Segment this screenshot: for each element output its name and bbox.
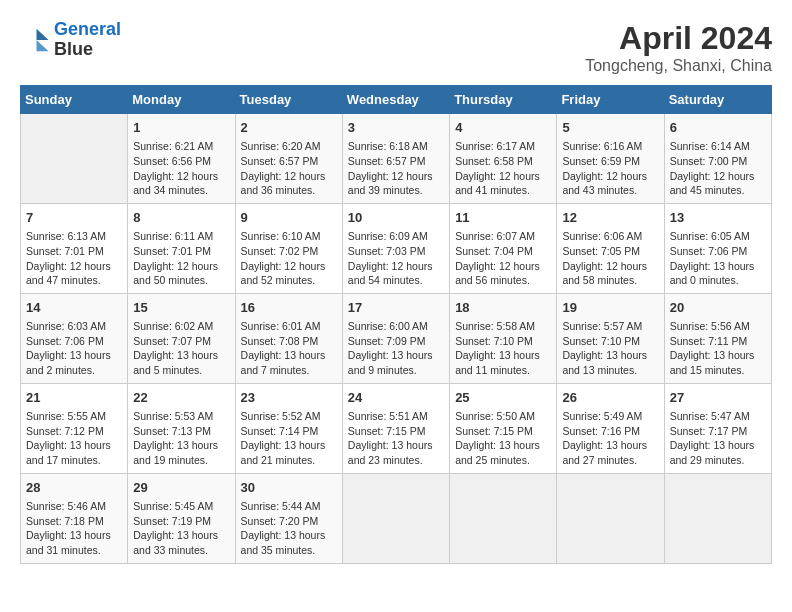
subtitle: Tongcheng, Shanxi, China bbox=[585, 57, 772, 75]
day-number: 23 bbox=[241, 389, 337, 407]
day-cell: 2Sunrise: 6:20 AMSunset: 6:57 PMDaylight… bbox=[235, 114, 342, 204]
day-number: 6 bbox=[670, 119, 766, 137]
day-info: Sunrise: 6:02 AMSunset: 7:07 PMDaylight:… bbox=[133, 319, 229, 378]
day-cell bbox=[21, 114, 128, 204]
header-cell-thursday: Thursday bbox=[450, 86, 557, 114]
header-cell-sunday: Sunday bbox=[21, 86, 128, 114]
day-cell: 11Sunrise: 6:07 AMSunset: 7:04 PMDayligh… bbox=[450, 203, 557, 293]
day-info: Sunrise: 6:03 AMSunset: 7:06 PMDaylight:… bbox=[26, 319, 122, 378]
logo: General Blue bbox=[20, 20, 121, 60]
day-info: Sunrise: 5:53 AMSunset: 7:13 PMDaylight:… bbox=[133, 409, 229, 468]
day-number: 17 bbox=[348, 299, 444, 317]
day-cell: 30Sunrise: 5:44 AMSunset: 7:20 PMDayligh… bbox=[235, 473, 342, 563]
day-info: Sunrise: 6:13 AMSunset: 7:01 PMDaylight:… bbox=[26, 229, 122, 288]
day-number: 10 bbox=[348, 209, 444, 227]
day-number: 1 bbox=[133, 119, 229, 137]
day-info: Sunrise: 6:11 AMSunset: 7:01 PMDaylight:… bbox=[133, 229, 229, 288]
day-info: Sunrise: 5:50 AMSunset: 7:15 PMDaylight:… bbox=[455, 409, 551, 468]
day-number: 27 bbox=[670, 389, 766, 407]
day-number: 20 bbox=[670, 299, 766, 317]
day-info: Sunrise: 6:18 AMSunset: 6:57 PMDaylight:… bbox=[348, 139, 444, 198]
day-cell: 12Sunrise: 6:06 AMSunset: 7:05 PMDayligh… bbox=[557, 203, 664, 293]
header-cell-saturday: Saturday bbox=[664, 86, 771, 114]
day-info: Sunrise: 5:55 AMSunset: 7:12 PMDaylight:… bbox=[26, 409, 122, 468]
header-cell-wednesday: Wednesday bbox=[342, 86, 449, 114]
day-cell: 24Sunrise: 5:51 AMSunset: 7:15 PMDayligh… bbox=[342, 383, 449, 473]
day-info: Sunrise: 6:10 AMSunset: 7:02 PMDaylight:… bbox=[241, 229, 337, 288]
svg-marker-0 bbox=[37, 29, 49, 40]
day-cell: 23Sunrise: 5:52 AMSunset: 7:14 PMDayligh… bbox=[235, 383, 342, 473]
day-cell: 28Sunrise: 5:46 AMSunset: 7:18 PMDayligh… bbox=[21, 473, 128, 563]
header-row: SundayMondayTuesdayWednesdayThursdayFrid… bbox=[21, 86, 772, 114]
day-number: 3 bbox=[348, 119, 444, 137]
day-cell: 9Sunrise: 6:10 AMSunset: 7:02 PMDaylight… bbox=[235, 203, 342, 293]
day-number: 16 bbox=[241, 299, 337, 317]
day-info: Sunrise: 5:45 AMSunset: 7:19 PMDaylight:… bbox=[133, 499, 229, 558]
week-row-5: 28Sunrise: 5:46 AMSunset: 7:18 PMDayligh… bbox=[21, 473, 772, 563]
day-number: 19 bbox=[562, 299, 658, 317]
day-cell: 25Sunrise: 5:50 AMSunset: 7:15 PMDayligh… bbox=[450, 383, 557, 473]
day-number: 26 bbox=[562, 389, 658, 407]
day-info: Sunrise: 6:21 AMSunset: 6:56 PMDaylight:… bbox=[133, 139, 229, 198]
week-row-1: 1Sunrise: 6:21 AMSunset: 6:56 PMDaylight… bbox=[21, 114, 772, 204]
day-number: 25 bbox=[455, 389, 551, 407]
svg-marker-1 bbox=[37, 40, 49, 51]
logo-text: General Blue bbox=[54, 20, 121, 60]
day-cell: 20Sunrise: 5:56 AMSunset: 7:11 PMDayligh… bbox=[664, 293, 771, 383]
day-number: 24 bbox=[348, 389, 444, 407]
header-cell-friday: Friday bbox=[557, 86, 664, 114]
day-info: Sunrise: 5:49 AMSunset: 7:16 PMDaylight:… bbox=[562, 409, 658, 468]
day-number: 28 bbox=[26, 479, 122, 497]
week-row-3: 14Sunrise: 6:03 AMSunset: 7:06 PMDayligh… bbox=[21, 293, 772, 383]
day-number: 18 bbox=[455, 299, 551, 317]
day-number: 8 bbox=[133, 209, 229, 227]
main-title: April 2024 bbox=[585, 20, 772, 57]
day-info: Sunrise: 6:14 AMSunset: 7:00 PMDaylight:… bbox=[670, 139, 766, 198]
day-cell: 14Sunrise: 6:03 AMSunset: 7:06 PMDayligh… bbox=[21, 293, 128, 383]
day-info: Sunrise: 6:07 AMSunset: 7:04 PMDaylight:… bbox=[455, 229, 551, 288]
day-info: Sunrise: 6:09 AMSunset: 7:03 PMDaylight:… bbox=[348, 229, 444, 288]
day-cell bbox=[664, 473, 771, 563]
day-cell: 17Sunrise: 6:00 AMSunset: 7:09 PMDayligh… bbox=[342, 293, 449, 383]
day-cell: 7Sunrise: 6:13 AMSunset: 7:01 PMDaylight… bbox=[21, 203, 128, 293]
day-cell: 21Sunrise: 5:55 AMSunset: 7:12 PMDayligh… bbox=[21, 383, 128, 473]
day-cell: 5Sunrise: 6:16 AMSunset: 6:59 PMDaylight… bbox=[557, 114, 664, 204]
day-number: 11 bbox=[455, 209, 551, 227]
day-cell: 26Sunrise: 5:49 AMSunset: 7:16 PMDayligh… bbox=[557, 383, 664, 473]
week-row-4: 21Sunrise: 5:55 AMSunset: 7:12 PMDayligh… bbox=[21, 383, 772, 473]
week-row-2: 7Sunrise: 6:13 AMSunset: 7:01 PMDaylight… bbox=[21, 203, 772, 293]
calendar-table: SundayMondayTuesdayWednesdayThursdayFrid… bbox=[20, 85, 772, 564]
day-info: Sunrise: 6:17 AMSunset: 6:58 PMDaylight:… bbox=[455, 139, 551, 198]
day-number: 22 bbox=[133, 389, 229, 407]
day-number: 7 bbox=[26, 209, 122, 227]
day-cell: 3Sunrise: 6:18 AMSunset: 6:57 PMDaylight… bbox=[342, 114, 449, 204]
title-block: April 2024 Tongcheng, Shanxi, China bbox=[585, 20, 772, 75]
day-info: Sunrise: 5:51 AMSunset: 7:15 PMDaylight:… bbox=[348, 409, 444, 468]
day-info: Sunrise: 6:00 AMSunset: 7:09 PMDaylight:… bbox=[348, 319, 444, 378]
day-number: 5 bbox=[562, 119, 658, 137]
day-info: Sunrise: 6:20 AMSunset: 6:57 PMDaylight:… bbox=[241, 139, 337, 198]
day-info: Sunrise: 5:47 AMSunset: 7:17 PMDaylight:… bbox=[670, 409, 766, 468]
day-info: Sunrise: 5:56 AMSunset: 7:11 PMDaylight:… bbox=[670, 319, 766, 378]
header-cell-tuesday: Tuesday bbox=[235, 86, 342, 114]
day-number: 21 bbox=[26, 389, 122, 407]
day-cell bbox=[450, 473, 557, 563]
day-info: Sunrise: 5:58 AMSunset: 7:10 PMDaylight:… bbox=[455, 319, 551, 378]
header-cell-monday: Monday bbox=[128, 86, 235, 114]
header: General Blue April 2024 Tongcheng, Shanx… bbox=[20, 20, 772, 75]
day-info: Sunrise: 5:57 AMSunset: 7:10 PMDaylight:… bbox=[562, 319, 658, 378]
day-cell: 18Sunrise: 5:58 AMSunset: 7:10 PMDayligh… bbox=[450, 293, 557, 383]
day-cell: 15Sunrise: 6:02 AMSunset: 7:07 PMDayligh… bbox=[128, 293, 235, 383]
day-cell: 16Sunrise: 6:01 AMSunset: 7:08 PMDayligh… bbox=[235, 293, 342, 383]
day-cell: 8Sunrise: 6:11 AMSunset: 7:01 PMDaylight… bbox=[128, 203, 235, 293]
day-cell: 19Sunrise: 5:57 AMSunset: 7:10 PMDayligh… bbox=[557, 293, 664, 383]
day-cell: 29Sunrise: 5:45 AMSunset: 7:19 PMDayligh… bbox=[128, 473, 235, 563]
day-number: 12 bbox=[562, 209, 658, 227]
day-number: 15 bbox=[133, 299, 229, 317]
day-number: 2 bbox=[241, 119, 337, 137]
day-info: Sunrise: 5:44 AMSunset: 7:20 PMDaylight:… bbox=[241, 499, 337, 558]
day-cell bbox=[342, 473, 449, 563]
day-number: 14 bbox=[26, 299, 122, 317]
day-number: 30 bbox=[241, 479, 337, 497]
day-cell: 13Sunrise: 6:05 AMSunset: 7:06 PMDayligh… bbox=[664, 203, 771, 293]
